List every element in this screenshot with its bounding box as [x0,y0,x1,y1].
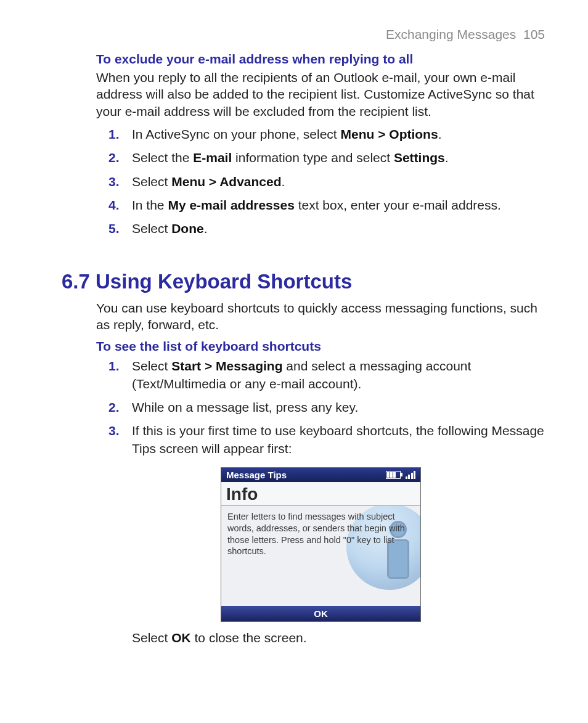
list-item: If this is your first time to use keyboa… [96,422,545,457]
status-icons [386,470,416,479]
steps-shortcuts: Select Start > Messaging and select a me… [96,357,545,457]
phone-screenshot: Message Tips Info Enter letters to find … [221,467,420,622]
list-item: Select the E-mail information type and s… [96,149,545,166]
phone-frame: Message Tips Info Enter letters to find … [221,467,421,622]
list-item: In the My e-mail addresses text box, ent… [96,197,545,214]
paragraph-67-intro: You can use keyboard shortcuts to quickl… [96,300,545,333]
list-item: Select Done. [96,220,545,237]
page-number: 105 [523,27,545,41]
list-item: Select Start > Messaging and select a me… [96,357,545,393]
section-heading-67: 6.7 Using Keyboard Shortcuts [62,270,545,293]
battery-icon [386,471,401,479]
phone-title: Message Tips [226,470,287,480]
subheading-exclude: To exclude your e-mail address when repl… [96,52,545,67]
subheading-shortcut-list: To see the list of keyboard shortcuts [96,339,545,354]
list-item: While on a message list, press any key. [96,399,545,416]
document-page: Exchanging Messages 105 To exclude your … [0,0,588,723]
phone-softkey-ok: OK [221,606,420,621]
running-header: Exchanging Messages 105 [62,27,545,42]
phone-body: Enter letters to find messages with subj… [221,506,420,606]
paragraph-after-figure: Select OK to close the screen. [132,631,545,645]
paragraph-exclude: When you reply to all the recipients of … [96,69,545,120]
phone-titlebar: Message Tips [221,468,420,482]
list-item: Select Menu > Advanced. [96,173,545,190]
signal-icon [406,470,416,479]
chapter-name: Exchanging Messages [386,27,516,41]
phone-message-text: Enter letters to find messages with subj… [227,511,414,557]
phone-info-heading: Info [221,482,420,506]
steps-exclude: In ActiveSync on your phone, select Menu… [96,126,545,238]
list-item: In ActiveSync on your phone, select Menu… [96,126,545,143]
